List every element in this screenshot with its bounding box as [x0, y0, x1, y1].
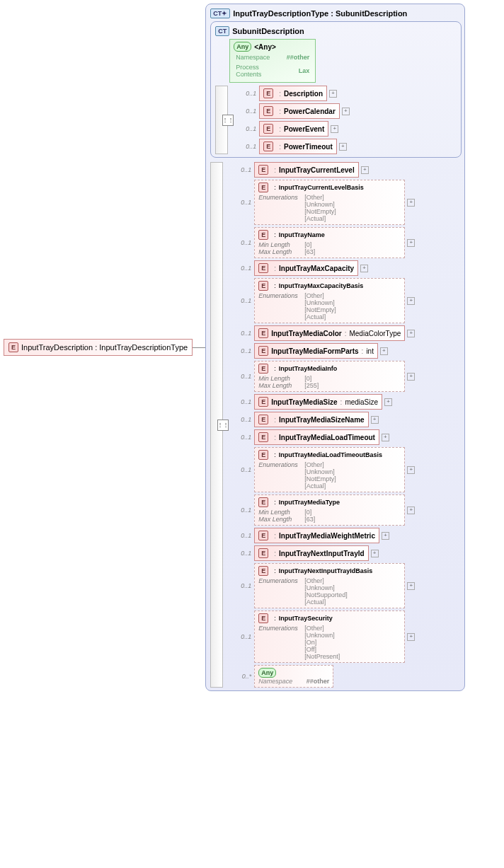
element-badge: E: [258, 548, 268, 558]
element-badge: E: [258, 497, 268, 507]
element-node[interactable]: E InputTrayMediaSize : mediaSize: [254, 394, 382, 410]
any-wildcard[interactable]: Any<Any> Namespace##other Process Conten…: [229, 39, 316, 83]
element-row: 0..1 E InputTrayMediaSize : mediaSize +: [236, 394, 415, 410]
element-badge: E: [258, 531, 268, 540]
expand-icon[interactable]: +: [407, 199, 415, 207]
element-node[interactable]: E : Description: [259, 86, 327, 101]
expand-icon[interactable]: +: [331, 125, 338, 133]
element-node[interactable]: E : PowerEvent: [259, 121, 328, 137]
expand-icon[interactable]: +: [371, 550, 379, 557]
expand-icon[interactable]: +: [380, 347, 388, 355]
element-node-enum[interactable]: E :InputTrayNextInputTrayIdBasis Enumera…: [254, 563, 405, 608]
element-row: 0..1 E :InputTrayMediaLoadTimeoutBasis E…: [236, 447, 415, 492]
element-badge: E: [258, 415, 268, 424]
cardinality: 0..1: [241, 108, 256, 115]
cardinality: 0..1: [236, 297, 251, 304]
cardinality: 0..1: [236, 434, 251, 441]
element-row: 0..1 E : PowerEvent +: [241, 121, 350, 137]
cardinality: 0..1: [236, 239, 251, 246]
element-node[interactable]: E InputTrayMediaColor : MediaColorType: [254, 325, 405, 341]
cardinality: 0..1: [236, 398, 251, 405]
element-node-len[interactable]: E :InputTrayName Min Length[0] Max Lengt…: [254, 227, 405, 258]
element-node[interactable]: E : InputTrayMediaSizeName: [254, 412, 368, 427]
element-row: 0..1 E : InputTrayNextInputTrayId +: [236, 545, 415, 561]
expand-icon[interactable]: +: [329, 90, 337, 98]
cardinality: 0..1: [236, 416, 251, 423]
element-node-enum[interactable]: E :InputTrayCurrentLevelBasis Enumeratio…: [254, 180, 405, 225]
expand-icon[interactable]: +: [407, 507, 415, 514]
cardinality: 0..1: [236, 532, 251, 539]
element-node-len[interactable]: E :InputTrayMediaType Min Length[0] Max …: [254, 494, 405, 526]
cardinality: 0..1: [241, 143, 256, 150]
element-node[interactable]: E : InputTrayNextInputTrayId: [254, 545, 368, 561]
expand-icon[interactable]: +: [342, 108, 350, 115]
any-badge: Any: [258, 668, 276, 678]
element-node-len[interactable]: E :InputTrayMediaInfo Min Length[0] Max …: [254, 361, 405, 392]
element-node[interactable]: E : InputTrayCurrentLevel: [254, 162, 359, 178]
element-node[interactable]: E : InputTrayMediaWeightMetric: [254, 528, 379, 543]
cardinality: 0..1: [241, 125, 256, 132]
element-row: 0..1 E :InputTrayName Min Length[0] Max …: [236, 227, 415, 258]
ct-badge: CT: [215, 26, 229, 36]
element-row: 0..1 E InputTrayMediaColor : MediaColorT…: [236, 325, 415, 341]
inner-title: CT SubunitDescription: [215, 26, 458, 36]
element-badge: E: [258, 613, 268, 623]
element-node[interactable]: E : InputTrayMaxCapacity: [254, 260, 358, 276]
element-badge: E: [258, 364, 268, 374]
expand-icon[interactable]: +: [382, 434, 389, 441]
cardinality: 0..1: [236, 347, 251, 354]
element-node[interactable]: E : PowerTimeout: [259, 139, 337, 154]
any-row: 0..* Any Namespace##other: [236, 665, 415, 688]
expand-icon[interactable]: +: [407, 239, 415, 247]
expand-icon[interactable]: +: [382, 532, 389, 540]
element-row: 0..1 E : InputTrayMediaWeightMetric +: [236, 528, 415, 543]
element-row: 0..1 E :InputTrayMediaInfo Min Length[0]…: [236, 361, 415, 392]
element-badge: E: [258, 230, 268, 240]
element-node-enum[interactable]: E :InputTrayMaxCapacityBasis Enumeration…: [254, 278, 405, 323]
element-row: 0..1 E : Description +: [241, 86, 350, 101]
element-badge: E: [258, 328, 268, 338]
expand-icon[interactable]: +: [407, 330, 415, 337]
element-node[interactable]: E : PowerCalendar: [259, 103, 340, 119]
element-badge: E: [258, 346, 268, 356]
expand-icon[interactable]: +: [407, 297, 415, 305]
connector: [193, 347, 205, 348]
element-row: 0..1 E : InputTrayCurrentLevel +: [236, 162, 415, 178]
expand-icon[interactable]: +: [407, 373, 415, 381]
cardinality: 0..1: [236, 550, 251, 557]
inner-sequence: ⋮⋮ 0..1 E : Description + 0..1 E : Power…: [215, 86, 458, 154]
element-row: 0..1 E : PowerCalendar +: [241, 103, 350, 119]
element-row: 0..1 E :InputTrayNextInputTrayIdBasis En…: [236, 563, 415, 608]
element-node[interactable]: E : InputTrayMediaLoadTimeout: [254, 429, 379, 445]
element-row: 0..1 E :InputTrayMediaType Min Length[0]…: [236, 494, 415, 526]
cardinality: 0..1: [236, 265, 251, 272]
expand-icon[interactable]: +: [407, 633, 415, 641]
element-row: 0..1 E :InputTraySecurity Enumerations[O…: [236, 611, 415, 663]
element-node-enum[interactable]: E :InputTraySecurity Enumerations[Other]…: [254, 611, 405, 663]
expand-icon[interactable]: +: [361, 166, 369, 174]
expand-icon[interactable]: +: [407, 582, 415, 590]
expand-icon[interactable]: +: [384, 398, 392, 406]
element-badge: E: [263, 106, 273, 116]
any-badge: Any: [234, 42, 251, 52]
element-node[interactable]: E InputTrayMediaFormParts : int: [254, 343, 378, 359]
element-row: 0..1 E :InputTrayCurrentLevelBasis Enume…: [236, 180, 415, 225]
ct-badge: CT✦: [210, 8, 230, 18]
expand-icon[interactable]: +: [407, 466, 415, 474]
expand-icon[interactable]: +: [360, 265, 368, 272]
cardinality: 0..1: [241, 90, 256, 97]
element-badge: E: [263, 124, 273, 134]
cardinality: 0..1: [236, 582, 251, 589]
expand-icon[interactable]: +: [339, 143, 347, 151]
element-node-enum[interactable]: E :InputTrayMediaLoadTimeoutBasis Enumer…: [254, 447, 405, 492]
root-element[interactable]: E InputTrayDescription : InputTrayDescri…: [4, 339, 193, 356]
expand-icon[interactable]: +: [371, 416, 379, 424]
cardinality: 0..1: [236, 507, 251, 514]
element-badge: E: [8, 342, 18, 352]
cardinality: 0..1: [236, 373, 251, 380]
element-badge: E: [258, 397, 268, 407]
sequence-icon: ⋮⋮: [217, 419, 229, 431]
element-row: 0..1 E : InputTrayMediaLoadTimeout +: [236, 429, 415, 445]
any-wildcard[interactable]: Any Namespace##other: [254, 665, 333, 688]
sequence-bar: ⋮⋮: [210, 162, 223, 688]
